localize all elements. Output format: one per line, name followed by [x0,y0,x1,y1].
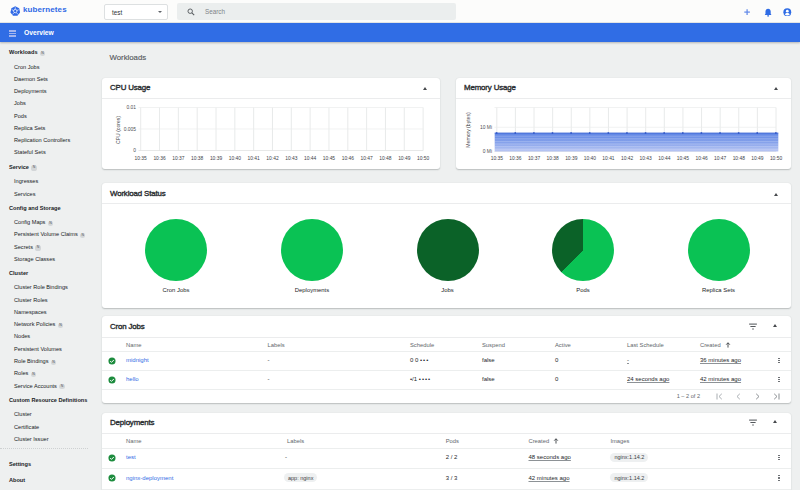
svg-text:0.005: 0.005 [124,127,137,132]
svg-text:10:41: 10:41 [602,156,615,161]
svg-text:10:37: 10:37 [172,156,185,161]
svg-text:10:50: 10:50 [770,156,783,161]
svg-text:10:42: 10:42 [266,156,279,161]
svg-text:10:44: 10:44 [658,156,671,161]
svg-text:10:47: 10:47 [360,156,373,161]
svg-text:10:45: 10:45 [323,156,336,161]
svg-text:10:36: 10:36 [153,156,166,161]
svg-text:10:46: 10:46 [342,156,355,161]
svg-text:10:41: 10:41 [248,156,261,161]
svg-text:10:45: 10:45 [677,156,690,161]
svg-text:10:48: 10:48 [733,156,746,161]
svg-text:10:50: 10:50 [417,156,430,161]
svg-text:10:49: 10:49 [398,156,411,161]
svg-text:10:37: 10:37 [528,156,541,161]
svg-text:0 Mi: 0 Mi [483,149,492,154]
svg-text:CPU (cores): CPU (cores) [115,116,121,144]
svg-text:10:36: 10:36 [509,156,522,161]
svg-text:10:46: 10:46 [695,156,708,161]
svg-text:10:40: 10:40 [584,156,597,161]
svg-text:10 Mi: 10 Mi [480,125,492,130]
svg-text:10:39: 10:39 [565,156,578,161]
svg-text:10:38: 10:38 [191,156,204,161]
svg-text:10:35: 10:35 [135,156,148,161]
svg-text:Memory (bytes): Memory (bytes) [465,112,471,148]
svg-text:10:44: 10:44 [304,156,317,161]
svg-text:10:40: 10:40 [229,156,242,161]
svg-text:10:47: 10:47 [714,156,727,161]
svg-text:0.01: 0.01 [126,105,136,110]
svg-text:0: 0 [133,148,136,153]
svg-text:10:49: 10:49 [751,156,764,161]
svg-text:10:42: 10:42 [621,156,634,161]
svg-text:10:39: 10:39 [210,156,223,161]
svg-text:10:35: 10:35 [491,156,504,161]
svg-text:10:43: 10:43 [285,156,298,161]
svg-text:10:38: 10:38 [547,156,560,161]
svg-text:10:48: 10:48 [379,156,392,161]
svg-text:10:43: 10:43 [640,156,653,161]
